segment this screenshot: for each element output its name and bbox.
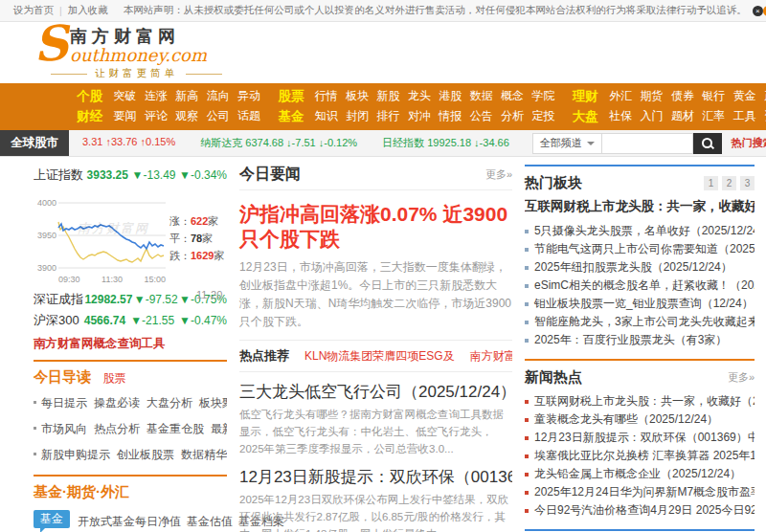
- concept-tool-link[interactable]: 南方财富网概念查询工具: [34, 336, 227, 352]
- page-button[interactable]: 1: [704, 176, 718, 190]
- nav-item[interactable]: 异动: [234, 88, 264, 104]
- guide-link[interactable]: 热点分析: [94, 422, 140, 435]
- nav-item[interactable]: 债券: [667, 88, 698, 104]
- list-item-link[interactable]: 互联网财税上市龙头股：共一家，收藏好（2025/1: [534, 392, 755, 410]
- nav-item[interactable]: 话题: [234, 108, 264, 124]
- nav-item[interactable]: 资讯: [760, 108, 766, 124]
- more-link[interactable]: 更多»: [485, 167, 512, 182]
- nav-item[interactable]: 新高: [171, 88, 202, 104]
- legend-row: 涨：622家: [169, 212, 227, 230]
- list-item-link[interactable]: 童装概念龙头有哪些（2025/12/24）: [534, 410, 718, 429]
- guide-link[interactable]: 操盘必读: [94, 396, 140, 410]
- nav-item[interactable]: 黄金: [730, 88, 760, 104]
- nav-item[interactable]: 观察: [171, 108, 202, 124]
- nav-item[interactable]: 题材: [667, 108, 698, 124]
- nav-item[interactable]: 新股: [372, 88, 403, 104]
- category-badge[interactable]: 基金: [34, 510, 70, 528]
- list-item-link[interactable]: 5只摄像头龙头股票，名单收好（2025/12/24）: [534, 222, 755, 240]
- nav-item[interactable]: 行情: [311, 88, 342, 104]
- search-input[interactable]: [602, 133, 693, 154]
- hot-recommend-row: 热点推荐 KLN物流集团荣膺四项ESG及南方财富网概念查询工具: [239, 340, 512, 372]
- hot-recommend-link[interactable]: 南方财富网概念查询工具: [470, 348, 512, 365]
- index-row-sh[interactable]: 上证指数 3933.25 ▼-13.49 ▼-0.34%: [34, 165, 227, 186]
- add-favorite-link[interactable]: 加入收藏: [68, 4, 108, 17]
- ticker-item[interactable]: 3.31 ↑33.76 ↑0.15%: [82, 136, 175, 150]
- nav-item[interactable]: 情报: [435, 108, 465, 124]
- list-item-link[interactable]: 今日92号汽油价格查询4月29日 2025今日92油价多: [534, 501, 755, 520]
- nav-item[interactable]: 大盘: [569, 108, 602, 125]
- nav-item[interactable]: 概念: [497, 88, 528, 104]
- nav-item[interactable]: 连涨: [141, 88, 171, 104]
- guide-link[interactable]: 基金重仓股: [146, 422, 204, 435]
- news-hot-list: 互联网财税上市龙头股：共一家，收藏好（2025/1童装概念龙头有哪些（2025/…: [525, 392, 755, 520]
- chart-line-yellow: [58, 222, 164, 262]
- hot-recommend-link[interactable]: KLN物流集团荣膺四项ESG及: [304, 348, 455, 365]
- nav-item[interactable]: 产业: [760, 88, 766, 104]
- nav-item[interactable]: 公告: [466, 108, 497, 124]
- nav-item[interactable]: 基金: [274, 108, 307, 125]
- article-title[interactable]: 三大龙头低空飞行公司（2025/12/24）: [239, 381, 512, 403]
- nav-item[interactable]: 定投: [528, 108, 558, 124]
- top-headline[interactable]: 沪指冲高回落涨0.07% 近3900只个股下跌: [239, 202, 512, 252]
- guide-link[interactable]: 最新报表: [211, 422, 227, 435]
- nav-item[interactable]: 股票: [274, 88, 307, 105]
- nav-item[interactable]: 封闭: [342, 108, 372, 124]
- featured-headline[interactable]: 互联网财税上市龙头股：共一家，收藏好: [525, 198, 755, 215]
- nav-item[interactable]: 港股: [435, 88, 465, 104]
- list-item-link[interactable]: eSimC相关的概念股名单，赶紧收藏！（2025/12/2: [534, 277, 755, 295]
- nav-item[interactable]: 汇率: [698, 108, 729, 124]
- nav-item[interactable]: 入门: [636, 108, 666, 124]
- fund-link[interactable]: 开放式基金每日净值: [78, 515, 181, 528]
- article-title[interactable]: 12月23日新股提示：双欣环保（001369）中签号出炉: [239, 466, 512, 488]
- nav-item[interactable]: 个股: [73, 88, 106, 105]
- channel-select[interactable]: 全部频道: [532, 133, 602, 154]
- guide-link[interactable]: 每日提示: [41, 396, 87, 410]
- guide-link[interactable]: 大盘分析: [146, 396, 192, 410]
- nav-item[interactable]: 工具: [730, 108, 760, 124]
- search-button[interactable]: [693, 133, 722, 154]
- close-icon[interactable]: [753, 6, 763, 16]
- nav-item[interactable]: 评论: [141, 108, 171, 124]
- nav-item[interactable]: 知识: [311, 108, 342, 124]
- site-logo[interactable]: S 南方财富网 outhmoney.com 让财富更简单: [34, 25, 222, 80]
- index-row[interactable]: 沪深300 4566.74 ▼-21.55 ▼-0.47%: [34, 310, 227, 331]
- guide-link[interactable]: 市场风向: [41, 422, 87, 435]
- nav-item[interactable]: 理财: [569, 88, 602, 105]
- nav-item[interactable]: 流向: [203, 88, 234, 104]
- list-item-link[interactable]: 埃塞俄比亚比尔兑换榜 汇率换算器 2025年12月24: [534, 447, 755, 465]
- guide-link[interactable]: 板块聚焦: [199, 396, 227, 410]
- nav-item[interactable]: 龙头: [404, 88, 435, 104]
- list-item-link[interactable]: 钼业板块股票一览_钼业股票查询（12/24）: [534, 295, 754, 313]
- guide-link[interactable]: 创业板股票: [117, 448, 174, 461]
- more-link[interactable]: 更多»: [728, 370, 755, 385]
- list-item-link[interactable]: 智能座舱龙头，3家上市公司龙头先收藏起来（202: [534, 313, 755, 331]
- nav-item[interactable]: 外汇: [605, 88, 636, 104]
- guide-link[interactable]: 新股申购提示: [41, 448, 110, 461]
- nav-item[interactable]: 突破: [109, 88, 140, 104]
- nav-item[interactable]: 分析: [497, 108, 528, 124]
- list-item-link[interactable]: 节能电气这两只上市公司你需要知道（2025/12/24: [534, 240, 755, 258]
- page-button[interactable]: 2: [722, 176, 736, 190]
- nav-item[interactable]: 财经: [73, 108, 106, 125]
- guide-tag-link[interactable]: 股票: [102, 371, 125, 385]
- nav-item[interactable]: 排行: [372, 108, 403, 124]
- nav-item[interactable]: 公司: [203, 108, 234, 124]
- ticker-item[interactable]: 日经指数 19925.18 ↓-34.66: [382, 136, 509, 150]
- nav-item[interactable]: 板块: [342, 88, 372, 104]
- nav-item[interactable]: 银行: [698, 88, 729, 104]
- nav-item[interactable]: 要闻: [109, 108, 140, 124]
- list-item-link[interactable]: 2025年纽扣股票龙头股（2025/12/24）: [534, 258, 732, 277]
- fund-link[interactable]: 基金估值: [187, 515, 233, 528]
- guide-link[interactable]: 数据精华: [181, 448, 227, 461]
- list-item-link[interactable]: 2025年：百度行业股票龙头（有3家）: [534, 331, 727, 349]
- list-item-link[interactable]: 龙头铅金属上市概念企业（2025/12/24）: [534, 465, 741, 483]
- nav-item[interactable]: 期货: [636, 88, 666, 104]
- nav-item[interactable]: 学院: [528, 88, 558, 104]
- nav-item[interactable]: 社保: [605, 108, 636, 124]
- nav-item[interactable]: 对冲: [404, 108, 435, 124]
- ticker-item[interactable]: 纳斯达克 6374.68 ↓-7.51 ↓-0.12%: [200, 136, 357, 150]
- list-item-link[interactable]: 2025年12月24日华为问界新M7概念股市盈率排行榜: [534, 483, 755, 501]
- nav-item[interactable]: 数据: [466, 88, 497, 104]
- list-item-link[interactable]: 12月23日新股提示：双欣环保（001369）中签号出: [534, 429, 755, 447]
- page-button[interactable]: 3: [740, 176, 755, 190]
